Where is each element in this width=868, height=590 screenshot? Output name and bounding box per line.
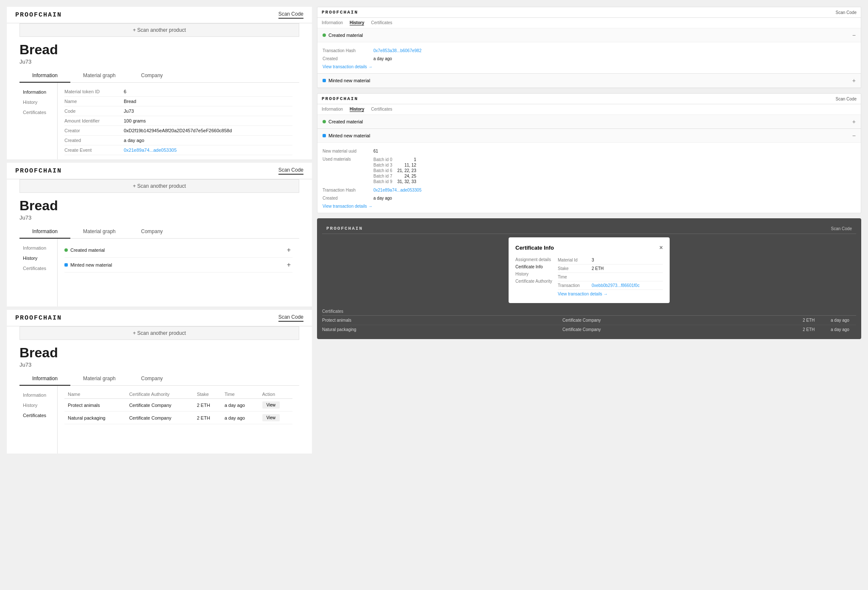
minted-expanded-title: Minted new material xyxy=(328,133,370,138)
label-name: Name xyxy=(64,99,124,104)
new-material-uuid-value: 61 xyxy=(373,149,378,153)
rp-sidebar-history-2: History xyxy=(350,107,364,112)
header-3: PROOFCHAIN Scan Code xyxy=(7,310,312,326)
expand-created-icon-2[interactable]: + xyxy=(852,118,856,125)
cert-authority-0: Certificate Company xyxy=(126,399,194,412)
cert-view-btn-1[interactable]: View xyxy=(262,414,280,421)
sidebar-3: Information History Certificates xyxy=(19,386,58,454)
modal-field-stake: Stake 2 ETH xyxy=(558,264,663,273)
expand-minted-btn[interactable]: + xyxy=(285,261,292,269)
tabs-2: Information Material graph Company xyxy=(19,225,299,239)
view-tx-link-2[interactable]: View transaction details → xyxy=(323,204,856,209)
scan-code-btn-2[interactable]: Scan Code xyxy=(278,167,303,175)
info-row-create-event: Create Event 0x21e89a74...ade053305 xyxy=(64,145,292,155)
tab-company-1[interactable]: Company xyxy=(128,69,175,83)
rp-tx-hash-label: Transaction Hash xyxy=(323,48,373,53)
expand-minted-icon[interactable]: + xyxy=(852,77,856,84)
rp-scan-1: Scan Code xyxy=(836,10,857,15)
rp-tx-hash-value[interactable]: 0x7e853a38...b6067e982 xyxy=(373,48,421,53)
logo-3: PROOFCHAIN xyxy=(15,314,62,322)
collapse-minted-icon-2[interactable]: − xyxy=(852,132,856,139)
right-column: PROOFCHAIN Scan Code Information History… xyxy=(317,7,861,457)
product-code-2: Ju73 xyxy=(7,214,312,225)
sidebar-information-1[interactable]: Information xyxy=(19,87,57,97)
tab-material-graph-1[interactable]: Material graph xyxy=(70,69,128,83)
created-collapsed-title-2: Created material xyxy=(328,119,363,124)
main-history-content: Created material + Minted new material + xyxy=(58,239,299,306)
col-action: Action xyxy=(259,390,292,399)
modal-sidebar-certauth[interactable]: Certificate Authority xyxy=(515,278,554,285)
scan-code-btn-1[interactable]: Scan Code xyxy=(278,11,303,19)
logo-1: PROOFCHAIN xyxy=(15,11,62,19)
tabs-3: Information Material graph Company xyxy=(19,372,299,386)
label-token-id: Material token ID xyxy=(64,89,124,94)
dark-overlay-panel: PROOFCHAIN Scan Code Certificate Info × … xyxy=(317,218,861,339)
rp-tx-hash-value-2[interactable]: 0x21e89a74...ade053305 xyxy=(373,188,421,192)
modal-sidebar-assignment[interactable]: Assignment details xyxy=(515,256,554,263)
value-token-id: 6 xyxy=(124,89,126,94)
collapse-created-icon[interactable]: − xyxy=(852,32,856,39)
sidebar-information-3[interactable]: Information xyxy=(19,390,57,400)
cert-time-1: a day ago xyxy=(221,412,259,424)
modal-view-tx-link[interactable]: View transaction details → xyxy=(558,292,663,296)
product-code-3: Ju73 xyxy=(7,361,312,372)
green-dot-rp1 xyxy=(323,33,326,37)
value-create-event[interactable]: 0x21e89a74...ade053305 xyxy=(124,148,177,153)
col-name: Name xyxy=(64,390,126,399)
content-area-3: Information History Certificates Name Ce… xyxy=(19,386,299,454)
expand-created-btn[interactable]: + xyxy=(285,246,292,254)
cert-authority-1: Certificate Company xyxy=(126,412,194,424)
minted-expanded-header: Minted new material − xyxy=(317,129,861,143)
view-tx-link-1[interactable]: View transaction details → xyxy=(323,64,856,69)
green-dot-rp2 xyxy=(323,120,326,123)
label-creator: Creator xyxy=(64,128,124,133)
rp-sidebar-certs-2: Certificates xyxy=(371,107,392,112)
dark-scan: Scan Code xyxy=(831,226,852,231)
tab-information-2[interactable]: Information xyxy=(19,225,70,239)
sidebar-history-1[interactable]: History xyxy=(19,97,57,107)
sidebar-history-2[interactable]: History xyxy=(19,253,57,263)
main-certificates-content: Name Certificate Authority Stake Time Ac… xyxy=(58,386,299,454)
tab-company-3[interactable]: Company xyxy=(128,372,175,386)
rp-tx-hash-row-2: Transaction Hash 0x21e89a74...ade053305 xyxy=(323,186,856,194)
tab-company-2[interactable]: Company xyxy=(128,225,175,239)
rp-created-value-2: a day ago xyxy=(373,196,392,200)
rp-logo-2: PROOFCHAIN xyxy=(322,96,358,101)
sidebar-certificates-2[interactable]: Certificates xyxy=(19,263,57,273)
label-code: Code xyxy=(64,109,124,114)
tab-information-1[interactable]: Information xyxy=(19,69,70,83)
sidebar-history-3[interactable]: History xyxy=(19,400,57,410)
rp-scan-2: Scan Code xyxy=(836,97,857,101)
history-item-created: Created material + xyxy=(64,243,292,258)
sidebar-information-2[interactable]: Information xyxy=(19,243,57,253)
modal-sidebar-certinfo[interactable]: Certificate Info xyxy=(515,263,554,270)
blue-dot-rp2 xyxy=(323,134,326,137)
dark-cert-row-0: Protect animals Certificate Company 2 ET… xyxy=(322,316,856,325)
modal-close-btn[interactable]: × xyxy=(659,244,663,251)
sidebar-certificates-1[interactable]: Certificates xyxy=(19,107,57,117)
minted-material-label: Minted new material xyxy=(70,262,112,267)
scan-bar-3[interactable]: + Scan another product xyxy=(19,326,299,340)
modal-tx-link[interactable]: 0xebb0b2973...f86601f0c xyxy=(592,283,640,288)
rp-tx-hash-row: Transaction Hash 0x7e853a38...b6067e982 xyxy=(323,47,856,55)
scan-bar-1[interactable]: + Scan another product xyxy=(19,23,299,37)
tab-material-graph-3[interactable]: Material graph xyxy=(70,372,128,386)
label-created: Created xyxy=(64,138,124,143)
info-row-created: Created a day ago xyxy=(64,136,292,145)
tab-information-3[interactable]: Information xyxy=(19,372,70,386)
blue-dot-1 xyxy=(64,263,68,267)
minted-collapsed-header: Minted new material + xyxy=(317,74,861,88)
created-material-expanded: Created material − Transaction Hash 0x7e… xyxy=(317,28,861,74)
cert-stake-0: 2 ETH xyxy=(193,399,221,412)
modal-sidebar-history[interactable]: History xyxy=(515,270,554,278)
scan-code-btn-3[interactable]: Scan Code xyxy=(278,314,303,322)
scan-bar-2[interactable]: + Scan another product xyxy=(19,179,299,193)
modal-content: Assignment details Certificate Info Hist… xyxy=(515,256,663,296)
cert-row-1: Natural packaging Certificate Company 2 … xyxy=(64,412,292,424)
certificates-section: PROOFCHAIN Scan Code + Scan another prod… xyxy=(7,310,312,454)
cert-view-btn-0[interactable]: View xyxy=(262,401,280,409)
sidebar-certificates-3[interactable]: Certificates xyxy=(19,410,57,420)
new-material-uuid-row: New material uuid 61 xyxy=(323,147,856,155)
tab-material-graph-2[interactable]: Material graph xyxy=(70,225,128,239)
col-time: Time xyxy=(221,390,259,399)
